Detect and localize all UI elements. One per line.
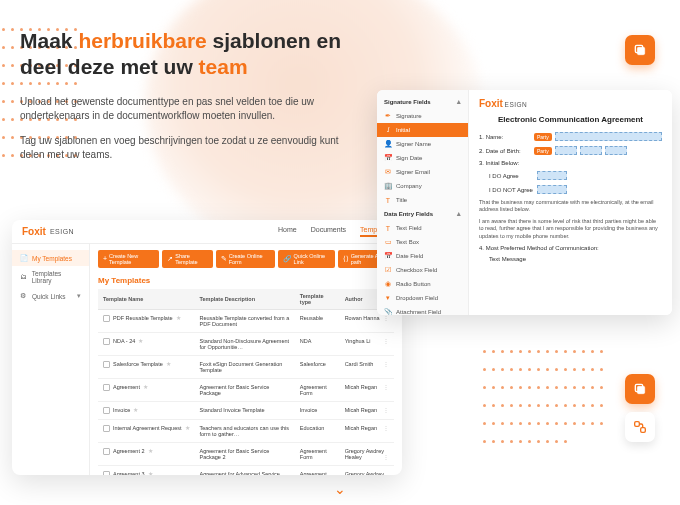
star-icon[interactable]: ★ [185,425,190,431]
svg-rect-0 [637,47,644,54]
field-signature[interactable]: ✒Signature [377,109,468,123]
nav-documents[interactable]: Documents [311,226,346,237]
star-icon[interactable]: ★ [176,315,181,321]
document-icon: 📄 [20,254,28,262]
field-signer-name[interactable]: 👤Signer Name [377,137,468,151]
hero-title: Maak herbruikbare sjablonen en deel deze… [20,28,360,81]
chevron-up-icon: ▴ [457,210,461,218]
field-icon: ☑ [384,266,392,274]
table-row[interactable]: NDA - 24★Standard Non-Disclosure Agreeme… [98,333,394,356]
field-checkbox-field[interactable]: ☑Checkbox Field [377,263,468,277]
table-row[interactable]: Salesforce Template★Foxit eSign Document… [98,356,394,379]
template-editor: Signature Fields▴ ✒Signature𝘐Initial👤Sig… [377,90,672,315]
nav-home[interactable]: Home [278,226,297,237]
share-icon[interactable]: ⋮ [383,338,389,344]
share-icon[interactable]: ⋮ [383,407,389,413]
field-icon: 𝘐 [384,126,392,134]
scroll-down-icon[interactable]: ⌄ [334,481,346,497]
field-icon: T [384,224,392,232]
dob-m[interactable] [555,146,577,155]
checkbox[interactable] [103,407,110,414]
star-icon[interactable]: ★ [166,361,171,367]
sidebar-templates-library[interactable]: 🗂 Templates Library [12,266,89,288]
checkbox[interactable] [103,361,110,368]
share-template-button[interactable]: ↗Share Template [162,250,212,268]
field-icon: ✉ [384,168,392,176]
share-icon[interactable]: ⋮ [383,361,389,367]
name-field[interactable] [555,132,662,141]
checkbox[interactable] [103,338,110,345]
workflow-icon [625,412,655,442]
checkbox[interactable] [103,315,110,322]
doc-logo: Foxit ESIGN [479,98,662,109]
share-icon[interactable]: ⋮ [383,454,389,460]
link-icon: ⚙ [20,292,28,300]
col-desc[interactable]: Template Description [195,289,295,310]
agree-field[interactable] [537,171,567,180]
create-template-button[interactable]: +Create New Template [98,250,159,268]
dob-y[interactable] [605,146,627,155]
quick-online-link-button[interactable]: 🔗Quick Online Link [278,250,335,268]
dob-d[interactable] [580,146,602,155]
checkbox[interactable] [103,448,110,455]
share-icon[interactable]: ⋮ [383,315,389,321]
field-icon: ✒ [384,112,392,120]
table-row[interactable]: Invoice★Standard Invoice TemplateInvoice… [98,402,394,420]
star-icon[interactable]: ★ [148,448,153,454]
field-signer-email[interactable]: ✉Signer Email [377,165,468,179]
copy-icon [625,374,655,404]
table-row[interactable]: Agreement 2★Agreement for Basic Service … [98,443,394,466]
checkbox[interactable] [103,471,110,475]
notagree-field[interactable] [537,185,567,194]
svg-rect-4 [635,422,640,427]
app-logo: Foxit ESIGN [22,226,74,237]
field-radio-button[interactable]: ◉Radio Button [377,277,468,291]
star-icon[interactable]: ★ [148,471,153,475]
field-dropdown-field[interactable]: ▾Dropdown Field [377,291,468,305]
checkbox[interactable] [103,425,110,432]
field-icon: 👤 [384,140,392,148]
field-initial[interactable]: 𝘐Initial [377,123,468,137]
hero-paragraph-1: Upload het gewenste documenttype en pas … [20,95,340,124]
copy-icon [625,35,655,65]
star-icon[interactable]: ★ [143,384,148,390]
field-icon: ▾ [384,294,392,302]
data-entry-fields-header[interactable]: Data Entry Fields▴ [377,207,468,221]
table-row[interactable]: PDF Reusable Template★Reusable Template … [98,310,394,333]
chevron-up-icon: ▴ [457,98,461,106]
field-attachment-field[interactable]: 📎Attachment Field [377,305,468,315]
field-icon: ◉ [384,280,392,288]
create-online-form-button[interactable]: ✎Create Online Form [216,250,275,268]
decorative-dots [480,342,610,450]
star-icon[interactable]: ★ [133,407,138,413]
col-name[interactable]: Template Name [98,289,195,310]
sidebar-quick-links[interactable]: ⚙ Quick Links ▾ [12,288,89,304]
svg-rect-5 [641,428,646,433]
field-icon: ▭ [384,238,392,246]
templates-app: Foxit ESIGN Home Documents Templates 📄 M… [12,220,402,475]
hero-paragraph-2: Tag uw sjablonen en voeg beschrijvingen … [20,134,340,163]
field-sign-date[interactable]: 📅Sign Date [377,151,468,165]
library-icon: 🗂 [20,273,28,281]
svg-rect-2 [637,386,644,393]
field-company[interactable]: 🏢Company [377,179,468,193]
sidebar-my-templates[interactable]: 📄 My Templates [12,250,89,266]
field-title[interactable]: TTitle [377,193,468,207]
field-icon: 📅 [384,252,392,260]
field-text-field[interactable]: TText Field [377,221,468,235]
signature-fields-header[interactable]: Signature Fields▴ [377,95,468,109]
field-date-field[interactable]: 📅Date Field [377,249,468,263]
table-row[interactable]: Agreement 3★Agreement for Advanced Servi… [98,466,394,475]
field-text-box[interactable]: ▭Text Box [377,235,468,249]
field-icon: 🏢 [384,182,392,190]
share-icon[interactable]: ⋮ [383,425,389,431]
table-row[interactable]: Agreement★Agreement for Basic Service Pa… [98,379,394,402]
star-icon[interactable]: ★ [138,338,143,344]
checkbox[interactable] [103,384,110,391]
chevron-down-icon: ▾ [77,292,81,300]
field-icon: 📅 [384,154,392,162]
doc-title: Electronic Communication Agreement [479,115,662,124]
col-type[interactable]: Template type [295,289,340,310]
table-row[interactable]: Internal Agreement Request★Teachers and … [98,420,394,443]
share-icon[interactable]: ⋮ [383,384,389,390]
